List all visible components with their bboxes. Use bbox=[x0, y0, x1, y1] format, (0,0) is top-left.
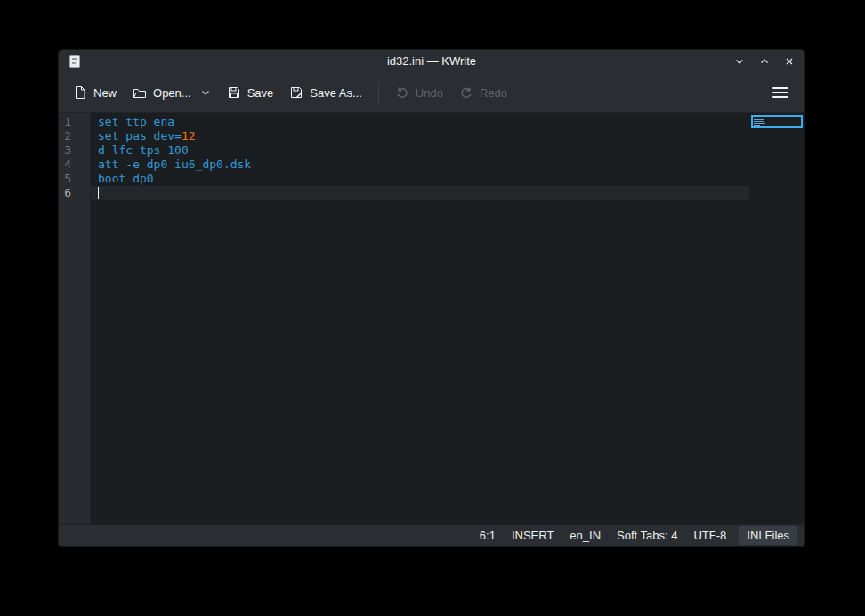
toolbar: New Open... bbox=[59, 73, 804, 113]
editor[interactable]: 1 2 3 4 5 6 set ttp ena set pas dev=12 d… bbox=[59, 113, 804, 524]
status-filetype[interactable]: INI Files bbox=[739, 526, 797, 545]
save-as-icon bbox=[289, 85, 303, 100]
save-button-label: Save bbox=[247, 86, 274, 100]
code-line[interactable]: set ttp ena bbox=[91, 115, 749, 129]
toolbar-separator bbox=[378, 82, 379, 103]
document-new-icon bbox=[73, 85, 87, 100]
maximize-button[interactable] bbox=[758, 55, 771, 68]
open-button-label: Open... bbox=[153, 86, 191, 100]
redo-button-label: Redo bbox=[480, 86, 507, 100]
titlebar[interactable]: id32.ini — KWrite bbox=[59, 50, 804, 73]
code-line[interactable]: att -e dp0 iu6_dp0.dsk bbox=[91, 158, 749, 172]
code-text: set ttp ena bbox=[98, 115, 174, 128]
line-number: 1 bbox=[59, 115, 90, 129]
save-button[interactable]: Save bbox=[227, 85, 274, 100]
line-number-gutter: 1 2 3 4 5 6 bbox=[59, 113, 91, 524]
scrollbar-minimap[interactable] bbox=[749, 113, 804, 524]
redo-button[interactable]: Redo bbox=[459, 85, 507, 100]
document-open-icon bbox=[133, 85, 147, 100]
window-title: id32.ini — KWrite bbox=[59, 50, 804, 73]
save-as-button-label: Save As... bbox=[310, 86, 362, 100]
undo-button[interactable]: Undo bbox=[395, 85, 443, 100]
window-controls bbox=[733, 50, 796, 73]
minimize-button[interactable] bbox=[733, 55, 746, 68]
line-number-current: 6 bbox=[59, 186, 90, 200]
status-insert-mode[interactable]: INSERT bbox=[512, 529, 554, 542]
new-button-label: New bbox=[93, 86, 117, 100]
new-button[interactable]: New bbox=[73, 85, 117, 100]
text-cursor bbox=[98, 187, 99, 199]
open-dropdown-chevron-down-icon[interactable] bbox=[200, 87, 211, 98]
status-tab-mode[interactable]: Soft Tabs: 4 bbox=[617, 529, 677, 542]
status-dictionary[interactable]: en_IN bbox=[570, 529, 601, 542]
save-icon bbox=[227, 85, 241, 100]
code-text: boot dp0 bbox=[98, 172, 154, 185]
undo-icon bbox=[395, 85, 409, 100]
status-cursor-position[interactable]: 6:1 bbox=[480, 529, 496, 542]
minimap-text-marks bbox=[754, 118, 765, 126]
open-split-button: Open... bbox=[133, 85, 211, 100]
line-number: 4 bbox=[59, 158, 90, 172]
open-button[interactable]: Open... bbox=[133, 85, 191, 100]
code-text: set pas dev= bbox=[98, 129, 182, 142]
code-line[interactable]: set pas dev=12 bbox=[91, 129, 749, 143]
close-button[interactable] bbox=[783, 55, 796, 68]
code-number-literal: 12 bbox=[182, 129, 196, 142]
status-bar: 6:1 INSERT en_IN Soft Tabs: 4 UTF-8 INI … bbox=[59, 524, 804, 546]
kwrite-window: id32.ini — KWrite New bbox=[58, 49, 805, 547]
code-line-current[interactable] bbox=[91, 186, 749, 200]
code-line[interactable]: boot dp0 bbox=[91, 172, 749, 186]
save-as-button[interactable]: Save As... bbox=[289, 85, 362, 100]
scrollbar-thumb[interactable] bbox=[751, 115, 803, 128]
code-text: d lfc tps 100 bbox=[98, 143, 189, 157]
line-number: 5 bbox=[59, 172, 90, 186]
undo-button-label: Undo bbox=[416, 86, 443, 100]
text-area[interactable]: set ttp ena set pas dev=12 d lfc tps 100… bbox=[91, 113, 749, 524]
redo-icon bbox=[459, 85, 473, 100]
line-number: 3 bbox=[59, 143, 90, 158]
status-encoding[interactable]: UTF-8 bbox=[693, 529, 726, 542]
code-line[interactable]: d lfc tps 100 bbox=[91, 143, 749, 158]
line-number: 2 bbox=[59, 129, 90, 143]
hamburger-menu-icon[interactable] bbox=[771, 84, 790, 101]
code-text: att -e dp0 iu6_dp0.dsk bbox=[98, 158, 251, 171]
